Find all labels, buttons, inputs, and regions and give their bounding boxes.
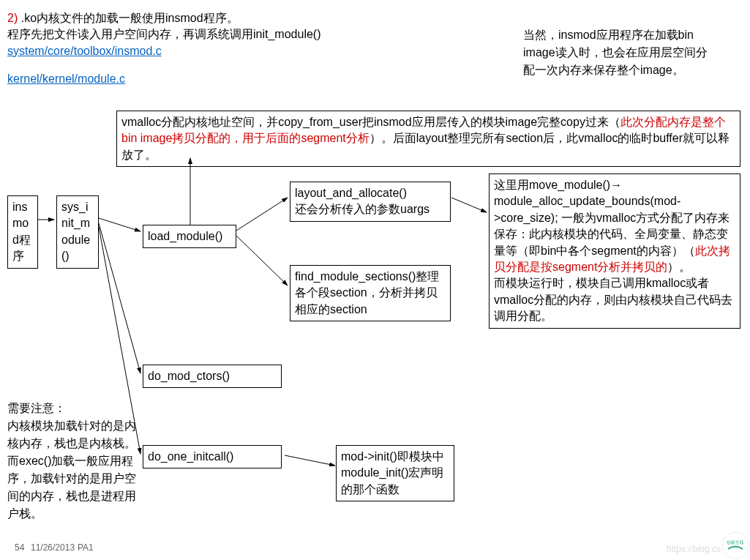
mm-text-l2: 而模块运行时，模块自己调用kmalloc或者vmalloc分配的内存，则由内核模… (494, 275, 735, 324)
header-bullet: 2) (7, 12, 18, 24)
node-insmod: insmod程序 (7, 195, 38, 269)
watermark-text: https://blog.cs (667, 544, 721, 554)
node-mod-init: mod->init()即模块中module_init()宏声明的那个函数 (336, 445, 454, 501)
svg-line-1 (99, 218, 140, 231)
svg-line-2 (99, 223, 140, 373)
node-layout-and-allocate: layout_and_allocate() 还会分析传入的参数uargs (290, 182, 451, 222)
vmalloc-text-a: vmalloc分配内核地址空间，并copy_from_user把insmod应用… (121, 116, 620, 128)
node-do-mod-ctors: do_mod_ctors() (143, 365, 282, 388)
header-block: 2) .ko内核文件的加载一般使用insmod程序。 程序先把文件读入用户空间内… (7, 10, 388, 88)
header-line1-rest: .ko内核文件的加载一般使用insmod程序。 (18, 12, 238, 24)
vmalloc-box: vmalloc分配内核地址空间，并copy_from_user把insmod应用… (116, 111, 740, 167)
mm-text-a: 这里用move_module() (494, 179, 610, 191)
bottom-note-l1: 需要注意： (7, 400, 139, 417)
svg-line-8 (285, 455, 335, 466)
arrow-right-icon: → (610, 179, 622, 191)
node-find-module-sections: find_module_sections()整理各个段section，分析并拷贝… (290, 265, 451, 321)
mm-text-c: ）。 (667, 261, 691, 273)
footer-date: 11/26/2013 (31, 542, 75, 553)
side-note: 当然，insmod应用程序在加载bin image读入时，也会在应用层空间分配一… (523, 26, 713, 79)
svg-line-7 (451, 198, 487, 212)
svg-text:创新互联: 创新互联 (727, 540, 744, 545)
header-line2: 程序先把文件读入用户空间内存，再调系统调用init_module() (7, 26, 388, 42)
logo-icon: 创新互联 (721, 531, 750, 560)
svg-line-5 (236, 198, 288, 231)
header-line1: 2) .ko内核文件的加载一般使用insmod程序。 (7, 10, 388, 26)
svg-line-6 (236, 236, 288, 285)
bottom-note-l2: 内核模块加载针对的是内核内存，栈也是内核栈。 (7, 417, 139, 452)
node-do-one-initcall: do_one_initcall() (143, 445, 282, 468)
link-insmod-c[interactable]: system/core/toolbox/insmod.c (7, 45, 162, 57)
bottom-note: 需要注意： 内核模块加载针对的是内核内存，栈也是内核栈。 而exec()加载一般… (7, 400, 139, 523)
bottom-note-l3: 而exec()加载一般应用程序，加载针对的是用户空间的内存，栈也是进程用户栈。 (7, 452, 139, 523)
svg-point-9 (722, 532, 749, 559)
move-module-box: 这里用move_module()→ module_alloc_update_bo… (489, 173, 740, 329)
footer-page: 54 (15, 542, 24, 553)
footer-code: PA1 (78, 542, 94, 553)
node-load-module: load_module() (143, 225, 236, 248)
node-sys-init-module: sys_init_module() (56, 195, 99, 269)
link-module-c[interactable]: kernel/kernel/module.c (7, 72, 125, 85)
